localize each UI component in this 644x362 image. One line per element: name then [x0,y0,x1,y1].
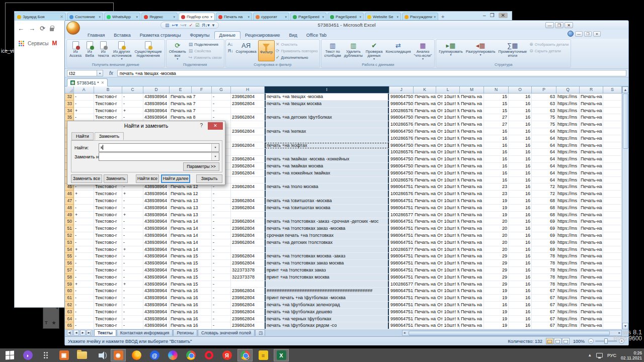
grid-cell[interactable]: 15 [484,108,509,115]
grid-cell[interactable]: Печать на [460,295,484,302]
grid-cell[interactable]: печать +на !вещах -москва [265,94,389,101]
grid-cell[interactable]: 16 [509,218,532,225]
grid-cell[interactable]: - [74,295,94,302]
grid-cell[interactable]: 998064750 [389,128,414,135]
excel-maximize-button[interactable]: ❒ [555,22,564,28]
alice-icon[interactable]: ◗ [20,349,35,361]
tab-dropdown-icon[interactable]: ▾ [285,15,287,19]
grid-cell[interactable]: - [122,267,143,274]
grid-cell[interactable] [265,281,389,288]
grid-cell[interactable]: https://ms [556,232,580,239]
grid-cell[interactable]: Печать на 7 [170,108,192,115]
screenshot-icon[interactable]: ▣ [56,349,71,361]
grid-cell[interactable]: печать +на !майках -москва -хоккейных [265,156,389,163]
grid-cell[interactable]: - [74,288,94,295]
grid-cell[interactable]: 438938964 [143,267,170,274]
grid-cell[interactable]: Печать на [460,142,484,149]
column-header-N[interactable]: N [484,86,509,94]
help-icon[interactable] [568,31,574,37]
grid-cell[interactable]: Печать на [460,177,484,184]
grid-cell[interactable]: https://ms [556,205,580,212]
grid-cell[interactable]: принт печать +на !футболках -москва [265,295,389,302]
replace-input[interactable]: ▾ [99,152,219,161]
ribbon-button-reapply[interactable]: ⟳Применить повторно [275,48,318,54]
grid-cell[interactable]: + [122,191,143,198]
grid-cell[interactable]: Печать-на [580,281,603,288]
grid-cell[interactable]: 438938964 [143,246,170,253]
gmail-icon[interactable]: M [52,40,57,47]
row-header-53[interactable]: 53 [65,239,74,246]
ribbon-button-refresh[interactable]: ⟳Обновитьвсе▾ [168,40,188,61]
grid-cell[interactable]: печать +на !толстовках -заказ -срочная -… [265,218,389,225]
grid-cell[interactable]: 16 [509,149,532,156]
browser-close-button[interactable]: ✕ [499,13,508,18]
grid-cell[interactable]: печать +на !свитшотах -москва [265,198,389,205]
grid-cell[interactable]: Печать на 16 [170,288,192,295]
grid-cell[interactable]: 998064751 [389,198,414,205]
grid-cell[interactable]: https://ms [556,302,580,309]
grid-cell[interactable] [603,232,622,239]
ribbon-button-subtotal[interactable]: ∑▦Промежуточныеитоги [497,40,528,61]
bookmarks-icon[interactable]: ≡ [256,349,271,361]
grid-cell[interactable] [603,108,622,115]
grid-cell[interactable]: 29 [484,274,509,281]
grid-cell[interactable]: 16 [509,191,532,198]
file-explorer-icon[interactable] [74,349,90,361]
grid-cell[interactable]: От 10шт! М [436,94,460,101]
row-header-60[interactable]: 60 [65,288,74,295]
grid-cell[interactable]: 64 [532,149,556,156]
grid-cell[interactable]: - [122,205,143,212]
ribbon-tab-данные[interactable]: Данные [214,31,241,39]
grid-cell[interactable]: Печать на 15 [170,274,192,281]
grid-cell[interactable]: - [122,232,143,239]
grid-cell[interactable]: 16 [484,156,509,163]
scroll-left-icon[interactable]: ◂ [404,330,406,335]
grid-cell[interactable]: 16 [509,163,532,170]
grid-cell[interactable]: Печать на [460,281,484,288]
ribbon-button-web[interactable]: ИзВеба [83,40,96,61]
column-header-B[interactable]: B [94,86,122,94]
grid-cell[interactable] [231,191,265,198]
grid-cell[interactable]: 16 [509,121,532,128]
grid-cell[interactable]: 100286576 [389,108,414,115]
grid-cell[interactable]: Печать-на [580,108,603,115]
grid-cell[interactable]: 16 [484,177,509,184]
grid-cell[interactable]: От 10шт! М [436,108,460,115]
grid-cell[interactable]: 16 [509,142,532,149]
grid-cell[interactable]: Печать на [460,121,484,128]
grid-cell[interactable]: Печать на [460,309,484,316]
browser-minimize-button[interactable]: – [483,13,486,18]
grid-cell[interactable]: 438938964 [143,316,170,323]
tab-dropdown-icon[interactable]: ▾ [173,15,175,19]
workbook-close-button[interactable]: ✕ [593,31,601,37]
grid-cell[interactable]: https://ms [556,295,580,302]
grid-cell[interactable]: 239862804 [231,128,265,135]
column-header-S[interactable]: S [603,86,622,94]
grid-cell[interactable]: Текстово-г [94,322,122,329]
grid-cell[interactable] [603,149,622,156]
grid-cell[interactable]: - [212,239,231,246]
vertical-scroll-thumb[interactable] [623,94,628,149]
grid-cell[interactable]: - [122,295,143,302]
grid-cell[interactable]: Печать-на [580,239,603,246]
grid-cell[interactable] [265,108,389,115]
grid-cell[interactable]: Текстово-г [94,239,122,246]
grid-cell[interactable]: Печать на 16 [170,309,192,316]
grid-cell[interactable]: 998064751 [389,225,414,232]
grid-cell[interactable]: Печать на [460,288,484,295]
tab-close-icon[interactable]: ✕ [60,15,63,19]
excel-icon[interactable]: X [274,349,289,361]
document-tab-close-icon[interactable]: ✕ [101,80,105,85]
grid-cell[interactable] [265,177,389,184]
grid-cell[interactable]: 239862804 [231,184,265,191]
grid-cell[interactable]: Печать-на [580,156,603,163]
grid-cell[interactable]: 16 [509,309,532,316]
grid-cell[interactable]: 64 [532,135,556,142]
grid-cell[interactable]: 438938964 [143,198,170,205]
tray-language-indicator[interactable]: РУС [607,353,616,358]
grid-cell[interactable]: - [74,274,94,281]
services-label[interactable]: Сервисы [28,41,48,46]
grid-cell[interactable]: 239862804 [231,225,265,232]
yandex-browser-icon[interactable]: Я [219,349,234,361]
grid-cell[interactable]: - [212,108,231,115]
